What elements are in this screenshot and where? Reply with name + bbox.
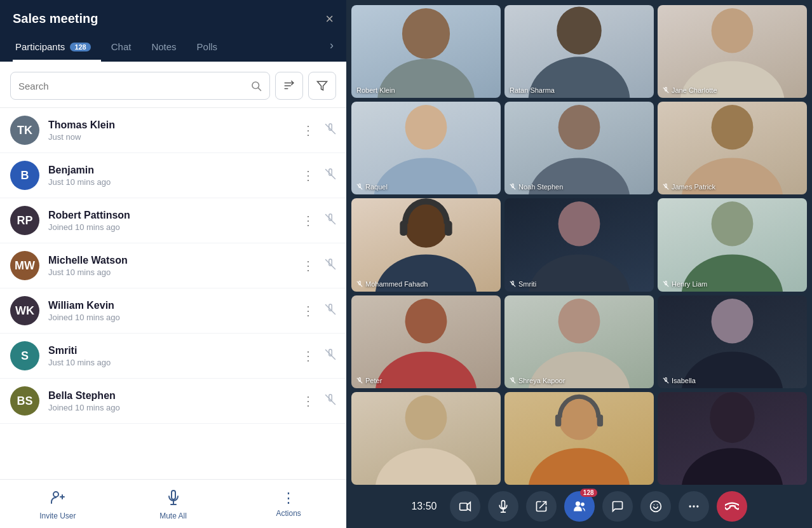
participants-button[interactable]: 128 bbox=[564, 491, 595, 522]
participant-more-button[interactable]: ⋮ bbox=[299, 257, 317, 274]
svg-point-55 bbox=[376, 448, 477, 485]
participant-actions: ⋮ bbox=[299, 121, 336, 139]
video-name-tag: James Patrick bbox=[663, 183, 715, 191]
search-icon-button[interactable] bbox=[250, 80, 262, 91]
participant-more-button[interactable]: ⋮ bbox=[299, 166, 317, 184]
mute-all-button[interactable]: Mute All bbox=[116, 486, 231, 524]
video-feed bbox=[658, 392, 807, 485]
video-cell: Shreya Kapoor bbox=[504, 295, 654, 388]
filter-button[interactable] bbox=[308, 72, 336, 100]
tabs-row: Participants 128 Chat Notes Polls › bbox=[13, 36, 334, 62]
video-feed bbox=[351, 5, 501, 98]
chat-icon bbox=[611, 500, 624, 513]
participant-name: Bella Stephen bbox=[48, 390, 290, 402]
video-cell: Jane Charlotte bbox=[658, 5, 807, 98]
actions-icon: ⋮ bbox=[281, 490, 295, 506]
avatar: TK bbox=[10, 116, 39, 145]
participant-item: RP Robert Pattinson Joined 10 mins ago ⋮ bbox=[0, 198, 346, 243]
svg-point-74 bbox=[696, 505, 698, 507]
svg-line-9 bbox=[326, 259, 335, 269]
participants-icon bbox=[573, 500, 586, 513]
sort-button[interactable] bbox=[275, 72, 303, 100]
video-name-tag: Shreya Kapoor bbox=[510, 377, 565, 384]
end-call-button[interactable] bbox=[717, 491, 747, 522]
participants-count-badge: 128 bbox=[580, 489, 597, 497]
video-cell: Isabella bbox=[658, 295, 807, 388]
participant-video-name: Robert Klein bbox=[356, 86, 395, 94]
svg-rect-36 bbox=[400, 221, 407, 236]
mic-toggle-button[interactable] bbox=[488, 491, 518, 522]
search-input[interactable] bbox=[18, 74, 250, 98]
participant-item: B Benjamin Just 10 mins ago ⋮ bbox=[0, 153, 346, 198]
participant-name: Smriti bbox=[48, 345, 290, 356]
svg-point-42 bbox=[712, 201, 754, 247]
participant-status: Just 10 mins ago bbox=[48, 358, 290, 367]
video-feed bbox=[504, 5, 654, 98]
svg-point-18 bbox=[402, 8, 450, 59]
video-feed bbox=[351, 102, 501, 194]
actions-button[interactable]: ⋮ Actions bbox=[231, 486, 346, 524]
participants-badge: 128 bbox=[70, 43, 90, 51]
video-name-tag: Robert Klein bbox=[356, 86, 395, 94]
tab-polls[interactable]: Polls bbox=[194, 36, 228, 62]
close-button[interactable]: × bbox=[325, 12, 334, 26]
video-cell bbox=[504, 392, 654, 485]
participant-more-button[interactable]: ⋮ bbox=[299, 392, 317, 410]
chat-button[interactable] bbox=[602, 491, 633, 522]
meeting-title: Sales meeting bbox=[13, 11, 98, 26]
video-cell: Robert Klein bbox=[351, 5, 501, 98]
participant-more-button[interactable]: ⋮ bbox=[299, 212, 317, 229]
participant-status: Joined 10 mins ago bbox=[48, 403, 290, 412]
call-timer: 13:50 bbox=[411, 501, 436, 512]
more-options-button[interactable] bbox=[679, 491, 709, 522]
svg-marker-63 bbox=[467, 502, 470, 510]
video-feed bbox=[658, 5, 807, 98]
video-name-tag: Mohammed Fahadh bbox=[356, 280, 428, 288]
participant-more-button[interactable]: ⋮ bbox=[299, 121, 317, 139]
svg-line-24 bbox=[663, 88, 668, 93]
mute-icon bbox=[325, 304, 336, 318]
tab-chat[interactable]: Chat bbox=[109, 36, 142, 62]
participant-video-name: Mohammed Fahadh bbox=[365, 280, 428, 288]
video-toggle-button[interactable] bbox=[450, 491, 480, 522]
invite-user-button[interactable]: Invite User bbox=[0, 486, 116, 524]
left-panel: Sales meeting × Participants 128 Chat No… bbox=[0, 0, 346, 528]
participant-video-name: Peter bbox=[365, 377, 382, 384]
mute-icon bbox=[325, 168, 336, 183]
search-input-wrap bbox=[10, 72, 270, 100]
video-cell: Peter bbox=[351, 295, 501, 388]
participant-item: S Smriti Just 10 mins ago ⋮ bbox=[0, 334, 346, 379]
share-screen-button[interactable] bbox=[526, 491, 557, 522]
mute-icon bbox=[325, 394, 336, 409]
svg-line-44 bbox=[663, 281, 668, 286]
svg-point-20 bbox=[557, 7, 602, 55]
participant-video-name: James Patrick bbox=[672, 183, 715, 191]
participant-info: Bella Stephen Joined 10 mins ago bbox=[48, 390, 290, 412]
tab-notes[interactable]: Notes bbox=[149, 36, 186, 62]
participant-item: BS Bella Stephen Joined 10 mins ago ⋮ bbox=[0, 379, 346, 424]
participant-name: William Kevin bbox=[48, 300, 290, 311]
reactions-button[interactable] bbox=[640, 491, 671, 522]
participant-video-name: Raquel bbox=[365, 183, 388, 191]
video-icon bbox=[459, 500, 471, 513]
tabs-more-icon[interactable]: › bbox=[330, 39, 334, 60]
video-feed bbox=[351, 295, 501, 388]
video-name-tag: Isabella bbox=[663, 377, 696, 384]
participant-info: Benjamin Just 10 mins ago bbox=[48, 165, 290, 187]
video-feed bbox=[658, 198, 807, 291]
video-name-tag: Henry Liam bbox=[663, 280, 707, 288]
avatar: BS bbox=[10, 386, 39, 416]
video-feed bbox=[658, 295, 807, 388]
participant-item: TK Thomas Klein Just now ⋮ bbox=[0, 108, 346, 153]
svg-point-72 bbox=[689, 505, 691, 507]
svg-line-66 bbox=[539, 502, 546, 508]
participant-name: Thomas Klein bbox=[48, 119, 290, 131]
video-feed bbox=[504, 198, 654, 291]
tab-participants[interactable]: Participants 128 bbox=[13, 36, 101, 62]
svg-point-60 bbox=[710, 392, 755, 443]
participant-more-button[interactable]: ⋮ bbox=[299, 302, 317, 320]
svg-line-12 bbox=[326, 395, 335, 404]
svg-point-39 bbox=[558, 201, 600, 247]
svg-line-10 bbox=[326, 304, 335, 314]
participant-more-button[interactable]: ⋮ bbox=[299, 347, 317, 365]
